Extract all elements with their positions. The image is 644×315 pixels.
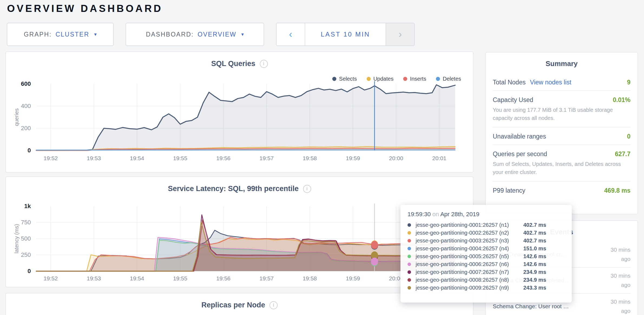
tooltip-node-name: jesse-geo-partitioning-0004:26257 (n4) xyxy=(416,245,523,252)
tooltip-row: jesse-geo-partitioning-0006:26257 (n6)14… xyxy=(408,260,565,268)
tooltip-timestamp: 19:59:30 on Apr 28th, 2019 xyxy=(408,211,565,218)
tooltip-node-value: 234.9 ms xyxy=(523,269,546,275)
svg-text:750: 750 xyxy=(21,219,31,226)
tooltip-node-name: jesse-geo-partitioning-0009:26257 (n9) xyxy=(416,285,523,291)
p99-latency-label: P99 latency xyxy=(493,187,525,194)
graph-dropdown-label: GRAPH: xyxy=(24,31,52,38)
series-dot-icon xyxy=(408,223,411,227)
view-nodes-list-link[interactable]: View nodes list xyxy=(530,79,571,86)
svg-text:19:55: 19:55 xyxy=(173,275,188,281)
svg-text:19:54: 19:54 xyxy=(130,275,144,281)
chevron-left-icon: ‹ xyxy=(289,29,292,40)
svg-text:1k: 1k xyxy=(24,203,31,209)
sql-queries-chart[interactable]: 020040060019:5219:5319:5419:5519:5619:57… xyxy=(6,52,473,172)
summary-row-unavailable: Unavailable ranges 0 xyxy=(493,127,630,145)
tooltip-date: Apr 28th, 2019 xyxy=(440,211,479,218)
svg-text:400: 400 xyxy=(21,103,31,109)
summary-body: Total Nodes View nodes list 9 Capacity U… xyxy=(486,73,638,199)
p99-latency-value: 469.8 ms xyxy=(604,187,630,194)
tooltip-node-name: jesse-geo-partitioning-0003:26257 (n3) xyxy=(416,238,523,244)
event-time: 30 mins ago xyxy=(602,271,630,290)
page-title: OVERVIEW DASHBOARD xyxy=(7,0,163,17)
tooltip-node-value: 151.0 ms xyxy=(523,245,546,252)
svg-text:19:53: 19:53 xyxy=(87,275,101,281)
tooltip-row: jesse-geo-partitioning-0005:26257 (n5)14… xyxy=(408,252,565,260)
tooltip-node-value: 142.6 ms xyxy=(523,253,546,260)
tooltip-node-name: jesse-geo-partitioning-0005:26257 (n5) xyxy=(416,253,523,260)
unavailable-ranges-label: Unavailable ranges xyxy=(493,133,546,140)
chevron-right-icon: › xyxy=(399,29,402,40)
svg-text:latency (ms): latency (ms) xyxy=(14,224,19,254)
event-text: Schema Change: User root … xyxy=(493,303,602,310)
svg-text:19:58: 19:58 xyxy=(303,275,317,281)
time-next-button[interactable]: › xyxy=(386,23,414,45)
qps-value: 627.7 xyxy=(615,150,630,158)
summary-row-capacity: Capacity Used 0.01% xyxy=(493,91,630,108)
svg-text:20:01: 20:01 xyxy=(432,155,446,161)
tooltip-node-name: jesse-geo-partitioning-0001:26257 (n1) xyxy=(416,222,523,228)
tooltip-node-name: jesse-geo-partitioning-0002:26257 (n2) xyxy=(416,230,523,236)
svg-text:19:59: 19:59 xyxy=(346,155,360,161)
tooltip-node-value: 142.6 ms xyxy=(523,261,546,267)
svg-text:19:59: 19:59 xyxy=(346,275,360,281)
capacity-label: Capacity Used xyxy=(493,96,533,104)
tooltip-node-value: 234.9 ms xyxy=(523,277,546,283)
summary-row-total-nodes: Total Nodes View nodes list 9 xyxy=(493,73,630,90)
summary-title: Summary xyxy=(486,60,638,68)
tooltip-row: jesse-geo-partitioning-0009:26257 (n9)24… xyxy=(408,284,565,292)
svg-text:19:57: 19:57 xyxy=(259,275,274,281)
series-dot-icon xyxy=(408,231,411,235)
tooltip-node-value: 243.3 ms xyxy=(523,285,546,291)
tooltip-node-name: jesse-geo-partitioning-0006:26257 (n6) xyxy=(416,261,523,267)
summary-row-qps: Queries per second 627.7 xyxy=(493,145,630,162)
svg-text:19:54: 19:54 xyxy=(130,155,144,161)
time-range-selector: ‹ LAST 10 MIN › xyxy=(276,23,415,46)
info-icon[interactable]: i xyxy=(270,301,278,309)
series-dot-icon xyxy=(408,286,411,290)
sql-queries-panel: SQL Queries i SelectsUpdatesInsertsDelet… xyxy=(5,51,474,173)
svg-text:19:58: 19:58 xyxy=(303,155,317,161)
svg-text:19:56: 19:56 xyxy=(216,275,231,281)
total-nodes-value: 9 xyxy=(627,79,630,86)
tooltip-row: jesse-geo-partitioning-0004:26257 (n4)15… xyxy=(408,245,565,252)
dashboard-dropdown-label: DASHBOARD: xyxy=(146,31,194,38)
summary-row-p99: P99 latency 469.8 ms xyxy=(493,182,630,199)
svg-text:19:53: 19:53 xyxy=(87,155,101,161)
svg-text:19:52: 19:52 xyxy=(44,275,58,281)
tooltip-row: jesse-geo-partitioning-0007:26257 (n7)23… xyxy=(408,268,565,276)
svg-text:250: 250 xyxy=(21,251,31,258)
replicas-title: Replicas per Node xyxy=(201,301,265,309)
time-prev-button[interactable]: ‹ xyxy=(277,23,305,45)
tooltip-row: jesse-geo-partitioning-0008:26257 (n8)23… xyxy=(408,276,565,284)
unavailable-ranges-value: 0 xyxy=(627,133,630,140)
caret-down-icon: ▾ xyxy=(94,31,97,37)
summary-panel: Summary Total Nodes View nodes list 9 Ca… xyxy=(485,52,638,214)
capacity-subtext: You are using 177.7 MiB of 3.1 TiB usabl… xyxy=(493,106,630,127)
series-dot-icon xyxy=(408,255,411,258)
total-nodes-label: Total Nodes xyxy=(493,79,525,86)
time-range-label[interactable]: LAST 10 MIN xyxy=(305,23,386,45)
svg-text:500: 500 xyxy=(21,235,31,242)
series-dot-icon xyxy=(408,278,411,282)
series-dot-icon xyxy=(408,262,411,266)
tooltip-node-name: jesse-geo-partitioning-0007:26257 (n7) xyxy=(416,269,523,275)
dashboard-dropdown[interactable]: DASHBOARD: OVERVIEW ▾ xyxy=(126,23,264,46)
chart-hover-tooltip: 19:59:30 on Apr 28th, 2019 jesse-geo-par… xyxy=(400,205,572,303)
svg-text:200: 200 xyxy=(21,125,31,132)
svg-text:600: 600 xyxy=(21,80,31,87)
series-dot-icon xyxy=(408,270,411,274)
tooltip-rows: jesse-geo-partitioning-0001:26257 (n1)40… xyxy=(408,221,565,292)
qps-subtext: Sum of Selects, Updates, Inserts, and De… xyxy=(493,160,630,181)
graph-dropdown-value: CLUSTER xyxy=(55,31,89,38)
tooltip-time: 19:59:30 xyxy=(408,211,431,218)
event-time: 30 mins ago xyxy=(602,245,630,264)
svg-text:0: 0 xyxy=(28,268,31,274)
qps-label: Queries per second xyxy=(493,150,547,158)
graph-dropdown[interactable]: GRAPH: CLUSTER ▾ xyxy=(7,23,114,46)
svg-text:queries: queries xyxy=(14,108,19,126)
svg-text:19:52: 19:52 xyxy=(44,155,58,161)
svg-text:0: 0 xyxy=(28,147,31,154)
tooltip-row: jesse-geo-partitioning-0002:26257 (n2)40… xyxy=(408,229,565,237)
dashboard-dropdown-value: OVERVIEW xyxy=(198,31,236,38)
tooltip-row: jesse-geo-partitioning-0001:26257 (n1)40… xyxy=(408,221,565,229)
